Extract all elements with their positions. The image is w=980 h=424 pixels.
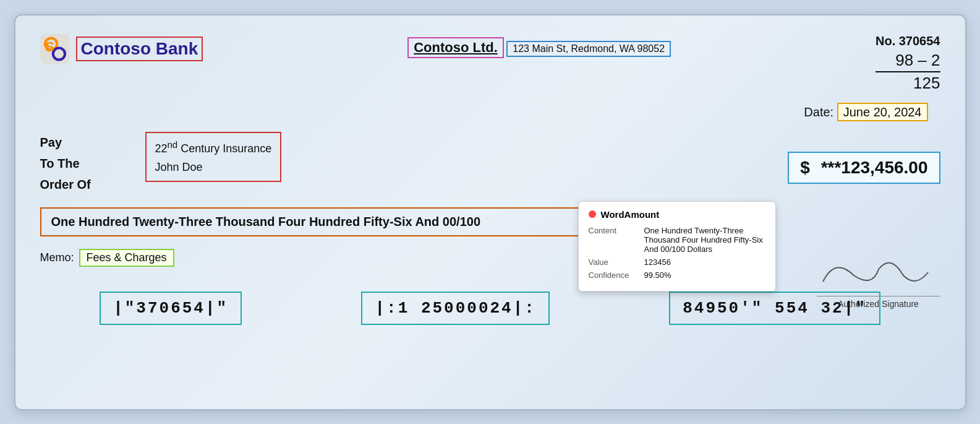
tooltip-confidence-label: Confidence (589, 270, 638, 280)
tooltip-header: WordAmount (589, 209, 765, 220)
fraction-numerator: 98 – 2 (876, 51, 940, 72)
tooltip-value-value: 123456 (644, 257, 671, 267)
tooltip-confidence-row: Confidence 99.50% (589, 270, 765, 280)
payee-line1: 22nd Century Insurance (155, 137, 272, 158)
tooltip-content-value: One Hundred Twenty-Three Thousand Four H… (644, 226, 765, 254)
amount-value: ***123,456.00 (821, 158, 928, 177)
tooltip-value-label: Value (589, 257, 638, 267)
payee-line2: John Doe (155, 158, 272, 177)
pay-label: Pay To The Order Of (40, 132, 139, 195)
tooltip-table: Content One Hundred Twenty-Three Thousan… (589, 226, 765, 280)
bank-logo: S Contoso Bank (40, 34, 203, 64)
pay-label-line2: To The (40, 153, 139, 174)
check-no: No. 370654 (876, 34, 940, 48)
check-no-value: 370654 (899, 34, 940, 48)
tooltip-content-row: Content One Hundred Twenty-Three Thousan… (589, 226, 765, 254)
word-amount-text: One Hundred Twenty-Three Thousand Four H… (51, 215, 481, 228)
amount-section: $ ***123,456.00 (788, 152, 940, 184)
check-no-label: No. (876, 34, 895, 48)
tooltip-content-label: Content (589, 226, 638, 254)
word-amount-box: One Hundred Twenty-Three Thousand Four H… (40, 207, 597, 236)
memo-label: Memo: (40, 251, 74, 264)
signature-label: Authorized Signature (817, 299, 940, 309)
tooltip-value-row: Value 123456 (589, 257, 765, 267)
word-amount-row: One Hundred Twenty-Three Thousand Four H… (40, 207, 940, 236)
date-label: Date: (804, 105, 833, 119)
signature-image (817, 251, 940, 296)
amount-box: $ ***123,456.00 (788, 152, 940, 184)
word-amount-tooltip: WordAmount Content One Hundred Twenty-Th… (578, 201, 776, 292)
signature-svg (817, 251, 940, 288)
signature-section: Authorized Signature (817, 251, 940, 309)
payee-box: 22nd Century Insurance John Doe (145, 132, 282, 182)
fraction-denominator: 125 (876, 74, 940, 93)
micr-routing: |"370654|" (100, 292, 242, 325)
pay-label-line1: Pay (40, 132, 139, 153)
amount-dollar-sign: $ (800, 158, 810, 177)
memo-row: Memo: Fees & Charges (40, 249, 940, 267)
check-number-section: No. 370654 98 – 2 125 (876, 34, 940, 93)
tooltip-dot-icon (589, 210, 596, 218)
date-value: June 20, 2024 (837, 103, 928, 121)
micr-account-text: |:1 25000024|: (375, 299, 535, 318)
micr-account: |:1 25000024|: (361, 292, 549, 325)
tooltip-confidence-value: 99.50% (644, 270, 671, 280)
micr-routing-text: |"370654|" (113, 299, 228, 318)
company-name: Contoso Ltd. (407, 37, 504, 58)
micr-row: |"370654|" |:1 25000024|: 84950'" 554 32… (40, 285, 940, 325)
company-address: 123 Main St, Redmond, WA 98052 (506, 41, 671, 57)
bank-logo-icon: S (40, 34, 70, 64)
check-document: S Contoso Bank Contoso Ltd. 123 Main St,… (14, 14, 966, 410)
company-info: Contoso Ltd. 123 Main St, Redmond, WA 98… (407, 37, 671, 58)
bank-name: Contoso Bank (76, 37, 203, 61)
pay-label-line3: Order Of (40, 174, 139, 195)
check-fraction: 98 – 2 125 (876, 51, 940, 93)
memo-value: Fees & Charges (79, 249, 174, 267)
tooltip-title: WordAmount (601, 209, 660, 220)
header-row: S Contoso Bank Contoso Ltd. 123 Main St,… (40, 34, 940, 93)
date-row: Date: June 20, 2024 (40, 105, 928, 119)
svg-text:S: S (45, 39, 54, 54)
